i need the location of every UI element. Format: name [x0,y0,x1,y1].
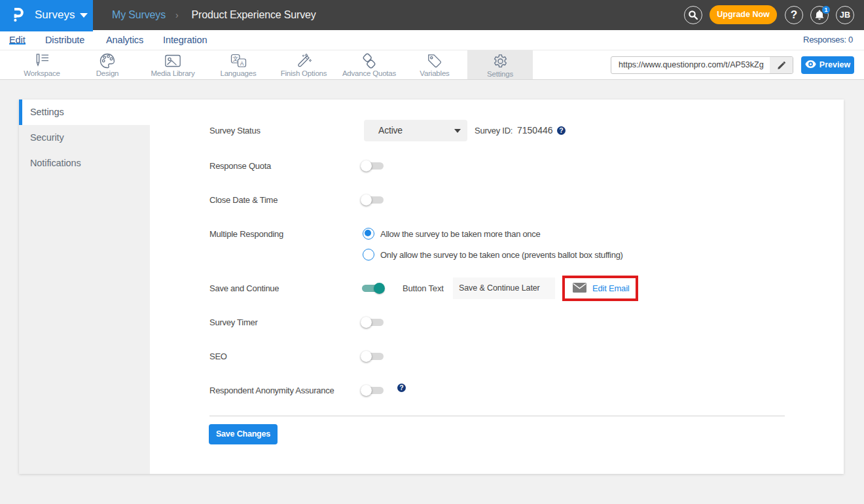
svg-text:文: 文 [232,56,238,62]
svg-text:A: A [240,60,243,67]
